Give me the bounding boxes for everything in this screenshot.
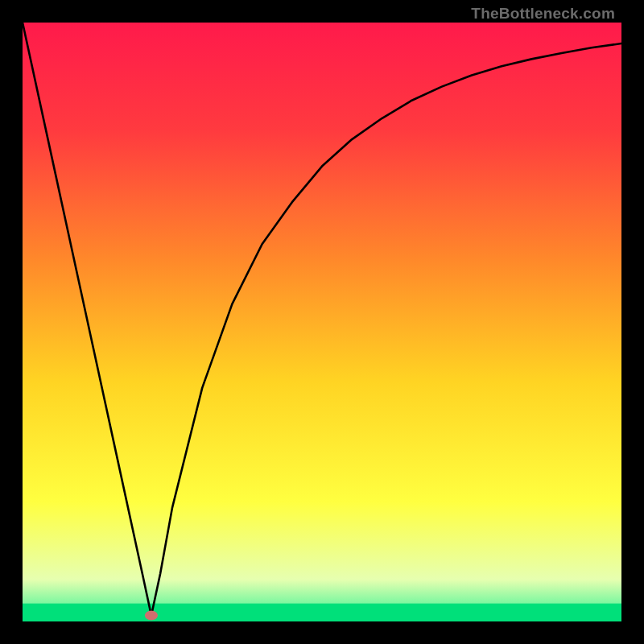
gradient-background [23, 23, 621, 621]
chart-frame [23, 23, 621, 621]
optimal-point-marker [145, 611, 158, 621]
bottleneck-chart [23, 23, 621, 621]
attribution-label: TheBottleneck.com [471, 5, 615, 23]
bottom-green-band [23, 604, 621, 621]
